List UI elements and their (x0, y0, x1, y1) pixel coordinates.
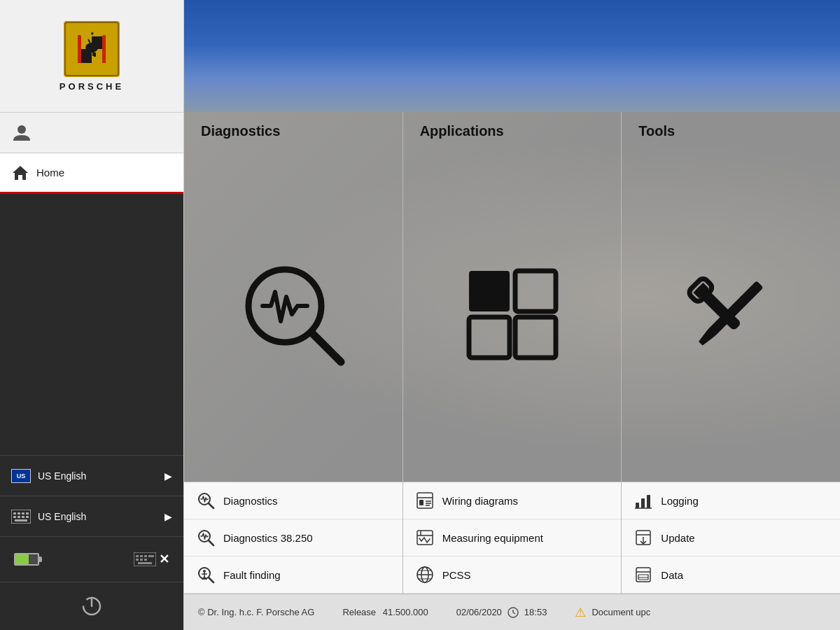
lang-label-1: US English (38, 470, 164, 482)
svg-rect-34 (136, 559, 139, 561)
alert-triangle-icon: ⚠ (575, 605, 586, 620)
measuring-equipment-label: Measuring equipment (442, 532, 543, 544)
tools-icon-area (622, 146, 840, 482)
svg-rect-33 (151, 555, 154, 557)
footer-release-label: Release (342, 607, 376, 617)
svg-rect-31 (144, 555, 147, 557)
svg-line-56 (209, 578, 214, 582)
svg-point-5 (85, 43, 98, 52)
svg-rect-77 (641, 498, 645, 508)
svg-rect-27 (15, 519, 27, 522)
svg-rect-68 (417, 531, 433, 545)
lang-arrow-2: ▶ (164, 511, 172, 522)
svg-rect-22 (26, 512, 29, 514)
clock-icon (507, 607, 519, 618)
keyboard-bottom: ✕ (134, 552, 169, 567)
footer-release-value: 41.500.000 (383, 607, 428, 617)
diag-icon-1 (197, 491, 215, 510)
diagnostics-label-1: Diagnostics (223, 495, 278, 507)
svg-rect-8 (88, 52, 90, 57)
lang-flag-1: US (11, 469, 31, 483)
pcss-label: PCSS (442, 569, 471, 581)
svg-rect-24 (18, 516, 20, 518)
applications-menu-column: Wiring diagrams Measuring equipment (403, 482, 622, 594)
pcss-icon (416, 566, 434, 584)
diagnostics-label-2: Diagnostics 38.250 (223, 532, 313, 544)
svg-rect-42 (469, 271, 510, 312)
brand-logo: ⚜ PORSCHE (0, 0, 183, 112)
footer-alert: ⚠ Document upc (575, 605, 650, 620)
svg-rect-20 (18, 512, 20, 514)
diagnostics-panel[interactable]: Diagnostics (184, 112, 403, 482)
svg-rect-36 (144, 559, 147, 561)
svg-rect-23 (13, 516, 16, 518)
battery-fill (15, 554, 29, 564)
power-icon (80, 595, 103, 617)
svg-point-16 (18, 125, 26, 134)
svg-rect-25 (22, 516, 24, 518)
svg-rect-37 (138, 562, 152, 564)
svg-marker-17 (13, 166, 28, 180)
home-label: Home (36, 167, 64, 178)
svg-line-52 (209, 503, 214, 508)
svg-rect-13 (102, 35, 106, 63)
footer-time-value: 18:53 (524, 607, 547, 617)
diagnostics-menu-item-3[interactable]: Fault finding (184, 556, 402, 594)
svg-rect-21 (22, 512, 24, 514)
svg-rect-30 (140, 555, 143, 557)
home-icon (11, 164, 29, 182)
tools-menu-column: Logging Update (622, 482, 840, 594)
wiring-diagrams-label: Wiring diagrams (442, 495, 518, 507)
logging-icon (634, 491, 652, 510)
svg-rect-64 (419, 500, 424, 505)
category-row: Diagnostics Applications (184, 112, 840, 482)
footer-copyright: © Dr. Ing. h.c. F. Porsche AG (198, 607, 314, 617)
sidebar-spacer (0, 194, 183, 455)
diagnostics-icon-area (184, 146, 402, 482)
tools-menu-item-3[interactable]: Data (622, 556, 840, 594)
fault-finding-label: Fault finding (223, 569, 281, 581)
sidebar-lang-item-1[interactable]: US US English ▶ (0, 455, 183, 496)
wiring-icon (416, 491, 434, 510)
applications-panel[interactable]: Applications (403, 112, 622, 482)
update-label: Update (661, 532, 694, 544)
footer-release: Release 41.500.000 (342, 607, 428, 617)
sidebar-lang-item-2[interactable]: US English ▶ (0, 496, 183, 536)
battery-indicator (14, 553, 39, 566)
brand-name: PORSCHE (59, 81, 124, 92)
lang-arrow-1: ▶ (164, 470, 172, 482)
applications-title: Applications (403, 123, 622, 146)
diagnostics-menu-item-1[interactable]: Diagnostics (184, 482, 402, 519)
porsche-crest-icon: ⚜ (64, 21, 120, 77)
applications-menu-item-2[interactable]: Measuring equipment (403, 519, 622, 556)
user-icon (11, 122, 32, 144)
diagnostics-menu-item-2[interactable]: Diagnostics 38.250 (184, 519, 402, 556)
tools-menu-item-2[interactable]: Update (622, 519, 840, 556)
svg-rect-35 (140, 559, 143, 561)
power-button[interactable] (79, 594, 104, 619)
footer-datetime: 02/06/2020 18:53 (456, 607, 547, 618)
applications-menu-item-3[interactable]: PCSS (403, 556, 622, 594)
data-label: Data (661, 569, 683, 581)
tools-title: Tools (622, 123, 840, 146)
keyboard-icon (11, 510, 31, 524)
battery-body (14, 553, 39, 566)
data-icon (634, 566, 652, 584)
update-icon (634, 528, 652, 547)
main-content: Diagnostics Applications (184, 0, 840, 630)
footer-alert-text: Document upc (592, 607, 650, 617)
sidebar-home-item[interactable]: Home (0, 153, 183, 194)
tools-icon (675, 258, 787, 370)
menu-row: Diagnostics Diagnostics 38.250 (184, 482, 840, 594)
diagnostics-title: Diagnostics (184, 123, 402, 146)
applications-menu-item-1[interactable]: Wiring diagrams (403, 482, 622, 519)
svg-rect-12 (78, 35, 81, 63)
svg-rect-32 (148, 555, 151, 557)
tools-menu-item-1[interactable]: Logging (622, 482, 840, 519)
logging-label: Logging (661, 495, 698, 507)
svg-rect-9 (94, 52, 96, 57)
svg-rect-29 (136, 555, 139, 557)
tools-panel[interactable]: Tools (622, 112, 840, 482)
diag-icon-2 (197, 528, 215, 547)
sidebar-user-icon-row (0, 113, 183, 153)
